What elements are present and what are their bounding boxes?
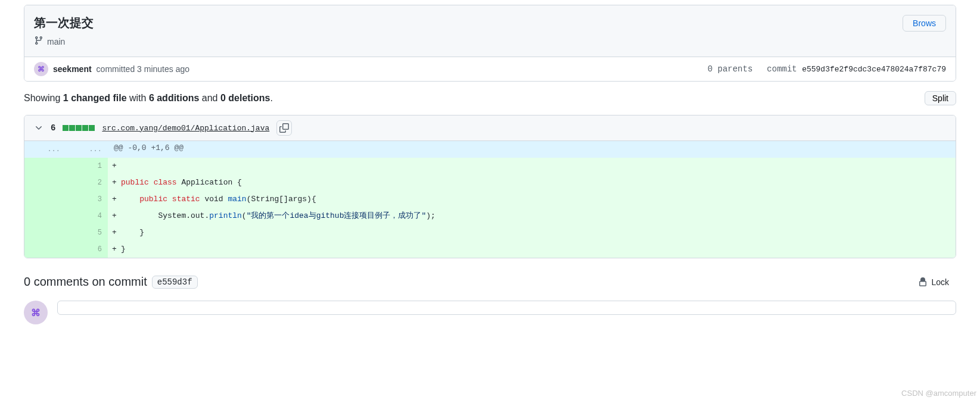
diff-line-addition: 3+ public static void main(String[]args)… xyxy=(24,191,956,208)
diffstat-summary-text: Showing 1 changed file with 6 additions … xyxy=(24,93,273,104)
diff-marker: + xyxy=(108,208,121,224)
file-header: 6 src.com.yang/demo01/Application.java xyxy=(24,115,956,141)
commit-hash[interactable]: e559d3fe2f9cdc3ce478024a7f87c79 xyxy=(802,65,946,74)
diff-line-addition: 2+public class Application { xyxy=(24,174,956,191)
new-line-num: 1 xyxy=(66,158,108,174)
parents-count: 0 parents xyxy=(708,64,753,74)
new-line-num: 6 xyxy=(66,241,108,258)
copy-path-button[interactable] xyxy=(276,120,292,136)
diff-line-addition: 5+ } xyxy=(24,224,956,241)
new-line-num: 5 xyxy=(66,224,108,241)
file-change-count: 6 xyxy=(51,123,55,133)
commit-time: committed 3 minutes ago xyxy=(97,64,189,74)
comment-form: ⌘ xyxy=(24,301,956,324)
diff-table: ... ... @@ -0,0 +1,6 @@ 1+2+public class… xyxy=(24,141,956,258)
commit-meta-row: ⌘ seekment committed 3 minutes ago 0 par… xyxy=(24,57,956,81)
diff-marker: + xyxy=(108,224,121,241)
commit-top: 第一次提交 main Brows xyxy=(24,5,956,57)
expand-hunk-button[interactable]: ... xyxy=(66,141,108,158)
commit-sha-badge: e559d3f xyxy=(152,276,198,289)
new-line-num: 2 xyxy=(66,174,108,191)
old-line-num xyxy=(24,191,66,208)
new-line-num: 3 xyxy=(66,191,108,208)
comments-title: 0 comments on commit e559d3f xyxy=(24,275,198,289)
hunk-header-text: @@ -0,0 +1,6 @@ xyxy=(108,141,956,158)
commit-hash-wrap: commit e559d3fe2f9cdc3ce478024a7f87c79 xyxy=(767,64,946,74)
old-line-num xyxy=(24,224,66,241)
branch-name[interactable]: main xyxy=(47,37,65,46)
git-branch-icon xyxy=(34,36,43,47)
old-line-num xyxy=(24,241,66,258)
file-diff-box: 6 src.com.yang/demo01/Application.java .… xyxy=(24,115,956,258)
old-line-num xyxy=(24,208,66,224)
code-content xyxy=(121,158,956,174)
diff-line-addition: 1+ xyxy=(24,158,956,174)
hunk-header-row: ... ... @@ -0,0 +1,6 @@ xyxy=(24,141,956,158)
browse-files-button[interactable]: Brows xyxy=(903,15,946,32)
old-line-num xyxy=(24,158,66,174)
old-line-num xyxy=(24,174,66,191)
commit-header-box: 第一次提交 main Brows ⌘ seekment committed 3 … xyxy=(24,5,956,82)
diffstat-summary-row: Showing 1 changed file with 6 additions … xyxy=(24,91,956,105)
commit-title: 第一次提交 xyxy=(34,15,94,31)
author-link[interactable]: seekment xyxy=(53,64,92,74)
diff-marker: + xyxy=(108,241,121,258)
branch-row: main xyxy=(34,36,94,47)
diff-line-addition: 6+} xyxy=(24,241,956,258)
comments-header: 0 comments on commit e559d3f Lock xyxy=(24,275,956,289)
diff-marker: + xyxy=(108,174,121,191)
lock-conversation-button[interactable]: Lock xyxy=(911,276,956,289)
code-content: public class Application { xyxy=(121,174,956,191)
code-content: } xyxy=(121,241,956,258)
diff-marker: + xyxy=(108,191,121,208)
file-path[interactable]: src.com.yang/demo01/Application.java xyxy=(102,124,269,133)
code-content: System.out.println("我的第一个idea与github连接项目… xyxy=(121,208,956,224)
chevron-down-icon[interactable] xyxy=(34,123,43,133)
code-content: public static void main(String[]args){ xyxy=(121,191,956,208)
expand-hunk-button[interactable]: ... xyxy=(24,141,66,158)
commit-label: commit xyxy=(767,64,797,74)
comment-input-box[interactable] xyxy=(57,301,956,315)
diff-line-addition: 4+ System.out.println("我的第一个idea与github连… xyxy=(24,208,956,224)
new-line-num: 4 xyxy=(66,208,108,224)
diff-view-split-button[interactable]: Split xyxy=(925,91,956,105)
avatar[interactable]: ⌘ xyxy=(24,301,48,324)
code-content: } xyxy=(121,224,956,241)
diff-marker: + xyxy=(108,158,121,174)
diffstat-bar xyxy=(63,125,95,131)
avatar[interactable]: ⌘ xyxy=(34,62,48,76)
